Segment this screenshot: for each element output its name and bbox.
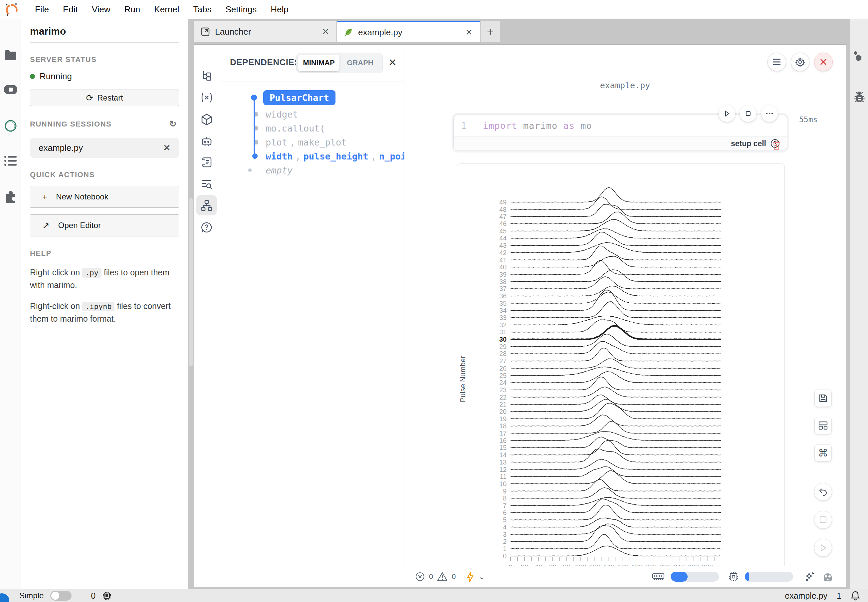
notification-bell-icon[interactable] (851, 591, 860, 600)
open-editor-button[interactable]: ↗ Open Editor (30, 214, 179, 236)
y-tick-label: 36 (499, 292, 506, 299)
cell-line-number: 1 (454, 115, 474, 136)
marimo-tool-rail (194, 45, 219, 567)
cell-source-code[interactable]: import marimo as mo (474, 121, 592, 131)
debugger-bug-icon[interactable] (850, 92, 868, 104)
y-tick-label: 19 (499, 415, 506, 422)
right-activity-bar (850, 19, 868, 589)
menu-items: FileEditViewRunKernelTabsSettingsHelp (28, 4, 296, 15)
menu-item-file[interactable]: File (28, 4, 56, 15)
y-tick-label: 30 (499, 336, 506, 343)
y-tick-label: 2 (503, 538, 506, 545)
sidebar-scrollbar[interactable] (189, 198, 193, 366)
statusbar-current-file[interactable]: example.py (785, 591, 827, 600)
restart-button[interactable]: ⟳ Restart (30, 89, 179, 106)
menu-item-kernel[interactable]: Kernel (147, 4, 186, 15)
menu-item-tabs[interactable]: Tabs (186, 4, 218, 15)
y-tick-label: 22 (499, 393, 506, 401)
new-tab-button[interactable]: + (481, 21, 500, 42)
tab-launcher[interactable]: Launcher ✕ (194, 21, 337, 42)
runtime-bolt-icon[interactable] (466, 571, 475, 582)
packages-cube-icon[interactable] (196, 109, 217, 129)
dependencies-panel-icon[interactable] (196, 195, 217, 215)
warnings-icon[interactable] (437, 572, 448, 582)
search-logs-icon[interactable] (196, 174, 217, 194)
close-tab-icon[interactable]: ✕ (322, 27, 329, 37)
marimo-mascot-icon[interactable] (822, 572, 834, 582)
y-tick-label: 28 (499, 350, 506, 357)
close-tab-icon[interactable]: ✕ (465, 27, 472, 38)
variables-icon[interactable] (196, 87, 217, 108)
pulse-curve-49 (511, 187, 721, 203)
interrupt-button[interactable] (814, 511, 832, 529)
setup-cell-label: setup cell (731, 139, 766, 148)
minimap-toggle-option[interactable]: MINIMAP (298, 55, 339, 71)
kernel-chip-icon[interactable] (102, 591, 112, 600)
property-inspector-icon[interactable] (850, 51, 868, 64)
dependency-item-plot[interactable]: plot,make_plot (219, 135, 404, 149)
scratchpad-scroll-icon[interactable] (196, 152, 217, 172)
ai-sparkle-icon[interactable] (804, 571, 816, 582)
close-session-icon[interactable]: ✕ (163, 143, 170, 153)
ridgeline-chart: Pulse Number4948474645444342414039383736… (457, 164, 784, 573)
y-tick-label: 34 (499, 307, 506, 314)
y-tick-label: 25 (499, 372, 506, 379)
menu-bar: FileEditViewRunKernelTabsSettingsHelp (0, 0, 868, 19)
file-browser-icon[interactable] (0, 50, 21, 61)
running-sessions-heading: RUNNING SESSIONS (30, 120, 112, 129)
y-tick-label: 24 (499, 379, 506, 386)
stop-cell-button[interactable] (740, 105, 756, 122)
graph-toggle-option[interactable]: GRAPH (339, 55, 381, 71)
bolt-chevron-icon[interactable]: ⌄ (478, 572, 485, 581)
run-all-button[interactable] (814, 539, 832, 557)
leaf-icon (344, 28, 353, 37)
session-item[interactable]: example.py ✕ (30, 138, 179, 158)
file-tree-icon[interactable] (196, 66, 217, 86)
accessibility-button[interactable] (0, 593, 9, 602)
errors-icon[interactable] (415, 572, 425, 582)
cpu-usage-meter (745, 572, 793, 582)
marimo-sessions-icon[interactable] (0, 119, 21, 133)
new-notebook-button[interactable]: + New Notebook (30, 186, 179, 208)
ai-assistant-icon[interactable] (196, 131, 217, 152)
dependency-item-mocallout[interactable]: mo.callout( (219, 121, 404, 135)
save-notebook-button[interactable] (814, 390, 832, 407)
tab-example-py[interactable]: example.py ✕ (337, 21, 480, 42)
menu-item-edit[interactable]: Edit (56, 4, 85, 15)
keyboard-shortcuts-button[interactable]: ⌘ (814, 444, 832, 461)
y-tick-label: 42 (499, 249, 506, 256)
undo-button[interactable] (814, 483, 832, 501)
y-tick-label: 26 (499, 365, 506, 372)
dependencies-header: DEPENDENCIES MINIMAP GRAPH ✕ (219, 45, 404, 82)
shutdown-notebook-button[interactable] (814, 52, 833, 71)
menu-item-help[interactable]: Help (264, 4, 295, 15)
refresh-sessions-icon[interactable]: ↻ (169, 119, 177, 129)
kernel-count: 0 (91, 591, 95, 600)
menu-item-settings[interactable]: Settings (218, 4, 264, 15)
layout-toggle-button[interactable] (814, 417, 832, 434)
setup-cell[interactable]: 1 import marimo as mo setup cell (453, 115, 787, 151)
close-dependencies-icon[interactable]: ✕ (388, 57, 397, 68)
py-extension-chip: .py (82, 268, 101, 278)
dependency-item-widget[interactable]: widget (219, 107, 404, 121)
help-icon[interactable] (196, 217, 217, 237)
running-kernels-icon[interactable] (0, 82, 21, 97)
menu-item-view[interactable]: View (85, 4, 118, 15)
dependency-item-empty[interactable]: empty (219, 163, 404, 177)
pulse-curve-3 (511, 524, 721, 534)
simple-mode-toggle[interactable] (50, 591, 72, 600)
cell-more-options-button[interactable] (761, 105, 778, 122)
dependency-item-width[interactable]: width,pulse_height,n_poi (219, 149, 404, 163)
delete-cell-icon[interactable] (772, 140, 781, 150)
run-cell-button[interactable] (719, 105, 735, 122)
y-tick-label: 29 (499, 343, 506, 350)
dependency-item-pulsarchart[interactable]: PulsarChart (219, 88, 404, 107)
y-tick-label: 39 (499, 271, 506, 278)
pulse-curve-24 (511, 372, 721, 383)
menu-item-run[interactable]: Run (118, 4, 147, 15)
notebook-menu-button[interactable] (767, 52, 786, 71)
table-of-contents-icon[interactable] (0, 155, 21, 167)
extensions-puzzle-icon[interactable] (0, 189, 21, 203)
notebook-action-buttons: ⌘ (814, 390, 832, 557)
notebook-settings-button[interactable] (791, 52, 810, 71)
